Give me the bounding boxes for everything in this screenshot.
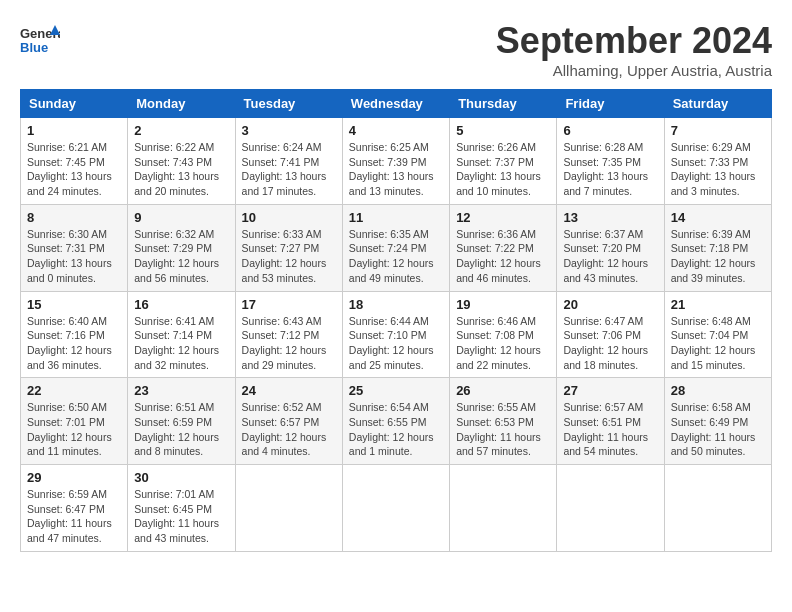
day-number: 5 [456,123,550,138]
day-info: Sunrise: 6:55 AM Sunset: 6:53 PM Dayligh… [456,400,550,459]
day-number: 17 [242,297,336,312]
day-number: 2 [134,123,228,138]
day-number: 20 [563,297,657,312]
day-number: 16 [134,297,228,312]
day-info: Sunrise: 6:29 AM Sunset: 7:33 PM Dayligh… [671,140,765,199]
day-info: Sunrise: 6:47 AM Sunset: 7:06 PM Dayligh… [563,314,657,373]
calendar-cell: 27Sunrise: 6:57 AM Sunset: 6:51 PM Dayli… [557,378,664,465]
day-info: Sunrise: 6:54 AM Sunset: 6:55 PM Dayligh… [349,400,443,459]
calendar-cell: 11Sunrise: 6:35 AM Sunset: 7:24 PM Dayli… [342,204,449,291]
weekday-header-monday: Monday [128,90,235,118]
logo: General Blue [20,20,60,60]
day-info: Sunrise: 6:24 AM Sunset: 7:41 PM Dayligh… [242,140,336,199]
day-info: Sunrise: 6:25 AM Sunset: 7:39 PM Dayligh… [349,140,443,199]
calendar-cell: 18Sunrise: 6:44 AM Sunset: 7:10 PM Dayli… [342,291,449,378]
calendar-cell: 13Sunrise: 6:37 AM Sunset: 7:20 PM Dayli… [557,204,664,291]
day-number: 27 [563,383,657,398]
day-info: Sunrise: 6:59 AM Sunset: 6:47 PM Dayligh… [27,487,121,546]
day-number: 29 [27,470,121,485]
day-info: Sunrise: 6:44 AM Sunset: 7:10 PM Dayligh… [349,314,443,373]
day-number: 18 [349,297,443,312]
day-info: Sunrise: 6:52 AM Sunset: 6:57 PM Dayligh… [242,400,336,459]
calendar-week-1: 1Sunrise: 6:21 AM Sunset: 7:45 PM Daylig… [21,118,772,205]
logo-icon: General Blue [20,20,60,60]
day-number: 3 [242,123,336,138]
day-info: Sunrise: 6:26 AM Sunset: 7:37 PM Dayligh… [456,140,550,199]
calendar-table: SundayMondayTuesdayWednesdayThursdayFrid… [20,89,772,552]
calendar-cell: 10Sunrise: 6:33 AM Sunset: 7:27 PM Dayli… [235,204,342,291]
weekday-header-sunday: Sunday [21,90,128,118]
day-info: Sunrise: 6:35 AM Sunset: 7:24 PM Dayligh… [349,227,443,286]
day-info: Sunrise: 6:43 AM Sunset: 7:12 PM Dayligh… [242,314,336,373]
calendar-cell: 28Sunrise: 6:58 AM Sunset: 6:49 PM Dayli… [664,378,771,465]
calendar-week-5: 29Sunrise: 6:59 AM Sunset: 6:47 PM Dayli… [21,465,772,552]
day-number: 9 [134,210,228,225]
calendar-cell [557,465,664,552]
calendar-cell: 26Sunrise: 6:55 AM Sunset: 6:53 PM Dayli… [450,378,557,465]
calendar-week-3: 15Sunrise: 6:40 AM Sunset: 7:16 PM Dayli… [21,291,772,378]
calendar-cell: 22Sunrise: 6:50 AM Sunset: 7:01 PM Dayli… [21,378,128,465]
calendar-cell: 19Sunrise: 6:46 AM Sunset: 7:08 PM Dayli… [450,291,557,378]
day-info: Sunrise: 6:48 AM Sunset: 7:04 PM Dayligh… [671,314,765,373]
calendar-cell: 23Sunrise: 6:51 AM Sunset: 6:59 PM Dayli… [128,378,235,465]
page-header: General Blue September 2024 Allhaming, U… [20,20,772,79]
day-info: Sunrise: 6:41 AM Sunset: 7:14 PM Dayligh… [134,314,228,373]
location-subtitle: Allhaming, Upper Austria, Austria [496,62,772,79]
day-info: Sunrise: 7:01 AM Sunset: 6:45 PM Dayligh… [134,487,228,546]
day-number: 25 [349,383,443,398]
calendar-cell: 17Sunrise: 6:43 AM Sunset: 7:12 PM Dayli… [235,291,342,378]
weekday-header-tuesday: Tuesday [235,90,342,118]
day-number: 13 [563,210,657,225]
calendar-cell: 24Sunrise: 6:52 AM Sunset: 6:57 PM Dayli… [235,378,342,465]
day-info: Sunrise: 6:22 AM Sunset: 7:43 PM Dayligh… [134,140,228,199]
calendar-cell: 9Sunrise: 6:32 AM Sunset: 7:29 PM Daylig… [128,204,235,291]
calendar-cell: 6Sunrise: 6:28 AM Sunset: 7:35 PM Daylig… [557,118,664,205]
calendar-cell: 16Sunrise: 6:41 AM Sunset: 7:14 PM Dayli… [128,291,235,378]
calendar-cell: 15Sunrise: 6:40 AM Sunset: 7:16 PM Dayli… [21,291,128,378]
calendar-cell: 25Sunrise: 6:54 AM Sunset: 6:55 PM Dayli… [342,378,449,465]
calendar-cell: 30Sunrise: 7:01 AM Sunset: 6:45 PM Dayli… [128,465,235,552]
day-number: 8 [27,210,121,225]
calendar-cell: 14Sunrise: 6:39 AM Sunset: 7:18 PM Dayli… [664,204,771,291]
calendar-week-4: 22Sunrise: 6:50 AM Sunset: 7:01 PM Dayli… [21,378,772,465]
day-number: 22 [27,383,121,398]
day-info: Sunrise: 6:36 AM Sunset: 7:22 PM Dayligh… [456,227,550,286]
day-number: 23 [134,383,228,398]
calendar-cell [664,465,771,552]
day-info: Sunrise: 6:57 AM Sunset: 6:51 PM Dayligh… [563,400,657,459]
calendar-cell: 7Sunrise: 6:29 AM Sunset: 7:33 PM Daylig… [664,118,771,205]
day-number: 6 [563,123,657,138]
day-info: Sunrise: 6:39 AM Sunset: 7:18 PM Dayligh… [671,227,765,286]
weekday-header-wednesday: Wednesday [342,90,449,118]
calendar-week-2: 8Sunrise: 6:30 AM Sunset: 7:31 PM Daylig… [21,204,772,291]
day-info: Sunrise: 6:33 AM Sunset: 7:27 PM Dayligh… [242,227,336,286]
day-number: 30 [134,470,228,485]
calendar-cell [235,465,342,552]
calendar-cell: 4Sunrise: 6:25 AM Sunset: 7:39 PM Daylig… [342,118,449,205]
day-number: 15 [27,297,121,312]
day-info: Sunrise: 6:28 AM Sunset: 7:35 PM Dayligh… [563,140,657,199]
calendar-cell: 21Sunrise: 6:48 AM Sunset: 7:04 PM Dayli… [664,291,771,378]
month-title: September 2024 [496,20,772,62]
calendar-cell: 8Sunrise: 6:30 AM Sunset: 7:31 PM Daylig… [21,204,128,291]
day-number: 24 [242,383,336,398]
calendar-cell: 29Sunrise: 6:59 AM Sunset: 6:47 PM Dayli… [21,465,128,552]
day-number: 1 [27,123,121,138]
day-number: 26 [456,383,550,398]
calendar-cell: 2Sunrise: 6:22 AM Sunset: 7:43 PM Daylig… [128,118,235,205]
title-block: September 2024 Allhaming, Upper Austria,… [496,20,772,79]
day-info: Sunrise: 6:21 AM Sunset: 7:45 PM Dayligh… [27,140,121,199]
calendar-cell [450,465,557,552]
day-number: 28 [671,383,765,398]
day-number: 12 [456,210,550,225]
day-number: 4 [349,123,443,138]
svg-text:Blue: Blue [20,40,48,55]
calendar-body: 1Sunrise: 6:21 AM Sunset: 7:45 PM Daylig… [21,118,772,552]
weekday-header-thursday: Thursday [450,90,557,118]
day-info: Sunrise: 6:32 AM Sunset: 7:29 PM Dayligh… [134,227,228,286]
day-info: Sunrise: 6:58 AM Sunset: 6:49 PM Dayligh… [671,400,765,459]
day-info: Sunrise: 6:51 AM Sunset: 6:59 PM Dayligh… [134,400,228,459]
day-number: 21 [671,297,765,312]
day-info: Sunrise: 6:50 AM Sunset: 7:01 PM Dayligh… [27,400,121,459]
day-info: Sunrise: 6:46 AM Sunset: 7:08 PM Dayligh… [456,314,550,373]
